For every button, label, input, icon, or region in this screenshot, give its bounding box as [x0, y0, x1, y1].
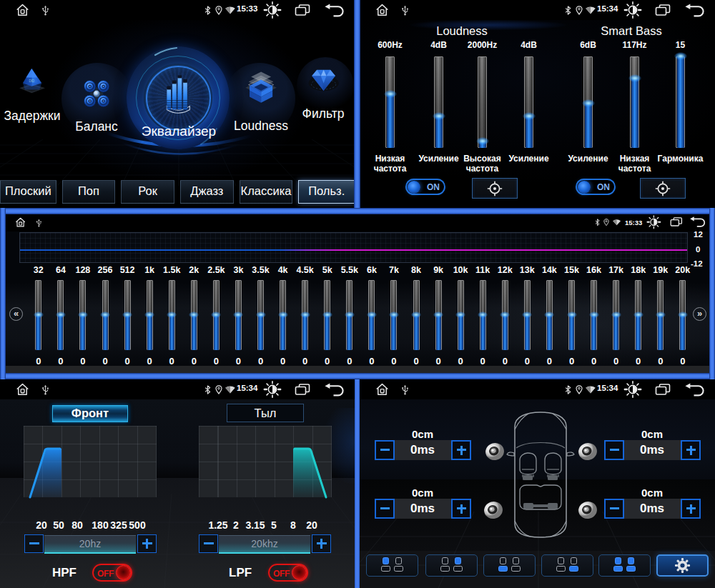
svg-text:DID: DID: [29, 79, 35, 83]
